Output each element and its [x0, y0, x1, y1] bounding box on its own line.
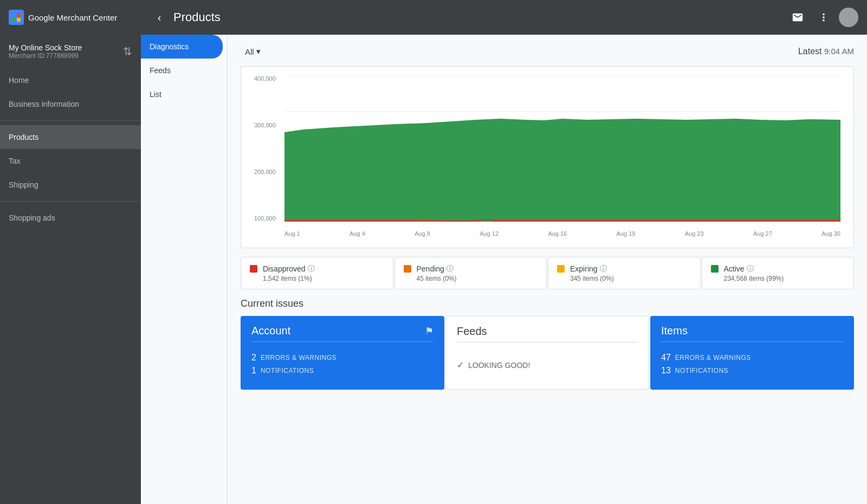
collapse-button[interactable]: ‹ — [150, 8, 169, 27]
section-title: Current issues — [241, 298, 854, 309]
chart-area: 400,000 300,000 200,000 100,000 — [254, 75, 840, 243]
x-label-aug8: Aug 8 — [415, 230, 430, 237]
sub-nav-diagnostics[interactable]: Diagnostics — [141, 35, 223, 59]
sub-nav-feeds[interactable]: Feeds — [141, 59, 227, 82]
active-text: Active ⓘ 234,568 items (99%) — [724, 264, 784, 282]
expiring-text: Expiring ⓘ 345 items (0%) — [570, 264, 614, 282]
disapproved-text: Disapproved ⓘ 1,542 items (1%) — [263, 264, 315, 282]
legend-active[interactable]: Active ⓘ 234,568 items (99%) — [702, 257, 855, 289]
legend-disapproved[interactable]: Disapproved ⓘ 1,542 items (1%) — [241, 257, 393, 289]
latest-label: Latest — [798, 47, 822, 56]
account-notifications-label: NOTIFICATIONS — [261, 367, 314, 374]
x-label-aug12: Aug 12 — [480, 230, 499, 237]
y-label-200k: 200,000 — [254, 169, 276, 175]
items-errors-label: ERRORS & WARNINGS — [675, 354, 751, 361]
x-label-aug19: Aug 19 — [617, 230, 636, 237]
topbar: Google Merchant Center ‹ Products — [0, 0, 867, 35]
filter-dropdown[interactable]: All ▾ — [241, 43, 265, 60]
x-label-aug4: Aug 4 — [350, 230, 365, 237]
account-card-body: 2 ERRORS & WARNINGS 1 NOTIFICATIONS — [241, 348, 444, 390]
feeds-good: ✓ LOOKING GOOD! — [446, 349, 649, 381]
sidebar-divider-2 — [0, 201, 141, 202]
app-name: Google Merchant Center — [28, 13, 117, 22]
sidebar-item-home[interactable]: Home — [0, 68, 141, 92]
legend-expiring[interactable]: Expiring ⓘ 345 items (0%) — [548, 257, 701, 289]
active-label: Active ⓘ — [724, 264, 784, 274]
topbar-actions — [787, 7, 858, 28]
items-card-title: Items — [661, 325, 688, 337]
disapproved-dot — [250, 265, 257, 273]
pending-count: 45 items (0%) — [417, 275, 457, 282]
items-notifications-label: NOTIFICATIONS — [675, 367, 728, 374]
account-notifications-stat: 1 NOTIFICATIONS — [251, 366, 434, 376]
filter-label: All — [245, 47, 254, 56]
x-label-aug23: Aug 23 — [685, 230, 704, 237]
chart-svg — [284, 75, 840, 222]
items-errors-stat: 47 ERRORS & WARNINGS — [661, 353, 843, 363]
account-arrow-icon: ⇅ — [123, 45, 132, 58]
account-card-title: Account — [251, 325, 290, 337]
pending-label: Pending ⓘ — [417, 264, 457, 274]
issues-grid: Account ⚑ 2 ERRORS & WARNINGS 1 NOTIFI — [241, 316, 854, 390]
y-label-400k: 400,000 — [254, 75, 276, 82]
chart-y-labels: 400,000 300,000 200,000 100,000 — [254, 75, 276, 222]
sidebar-item-shipping[interactable]: Shipping — [0, 173, 141, 197]
feeds-good-text: LOOKING GOOD! — [468, 361, 530, 370]
active-info-icon: ⓘ — [747, 264, 754, 274]
filter-dropdown-icon: ▾ — [256, 47, 261, 56]
latest-time-value: 9:04 AM — [824, 47, 854, 56]
topbar-title: Products — [173, 10, 787, 24]
avatar[interactable] — [839, 8, 858, 27]
sub-sidebar: Diagnostics Feeds List — [141, 35, 228, 504]
sidebar-divider-1 — [0, 120, 141, 121]
y-label-100k: 100,000 — [254, 215, 276, 222]
feeds-card-title: Feeds — [457, 325, 487, 338]
flag-icon: ⚑ — [425, 325, 434, 337]
mail-button[interactable] — [787, 7, 808, 28]
pending-text: Pending ⓘ 45 items (0%) — [417, 264, 457, 282]
svg-marker-10 — [284, 119, 840, 222]
pending-dot — [404, 265, 411, 273]
account-switcher[interactable]: My Online Sock Store Merchant ID:7778889… — [0, 35, 141, 68]
x-label-aug30: Aug 30 — [821, 230, 840, 237]
sidebar-item-shopping-ads[interactable]: Shopping ads — [0, 206, 141, 230]
chart-x-labels: Aug 1 Aug 4 Aug 8 Aug 12 Aug 16 Aug 19 A… — [284, 226, 840, 243]
sidebar-item-business-information[interactable]: Business information — [0, 92, 141, 116]
sidebar-item-products[interactable]: Products — [0, 125, 141, 149]
items-notifications-stat: 13 NOTIFICATIONS — [661, 366, 843, 376]
account-divider — [251, 341, 434, 342]
active-dot — [711, 265, 719, 273]
y-label-300k: 300,000 — [254, 122, 276, 128]
filter-bar: All ▾ Latest 9:04 AM — [241, 43, 854, 60]
expiring-dot — [557, 265, 565, 273]
items-notifications-count: 13 — [661, 366, 671, 376]
account-errors-stat: 2 ERRORS & WARNINGS — [251, 353, 434, 363]
feeds-divider — [457, 342, 638, 343]
items-issue-card[interactable]: Items 47 ERRORS & WARNINGS 13 NOTIFICATI… — [650, 316, 854, 390]
current-issues-section: Current issues Account ⚑ 2 ERRORS & WARN… — [241, 298, 854, 390]
disapproved-count: 1,542 items (1%) — [263, 275, 315, 282]
feeds-issue-card[interactable]: Feeds ✓ LOOKING GOOD! — [445, 316, 649, 390]
main-content: All ▾ Latest 9:04 AM 400,000 300,000 200… — [228, 35, 867, 504]
more-button[interactable] — [813, 7, 834, 28]
legend-bar: Disapproved ⓘ 1,542 items (1%) Pending ⓘ… — [241, 257, 854, 289]
pending-info-icon: ⓘ — [447, 264, 454, 274]
x-label-aug16: Aug 16 — [548, 230, 567, 237]
account-info: My Online Sock Store Merchant ID:7778889… — [9, 43, 82, 60]
expiring-label: Expiring ⓘ — [570, 264, 614, 274]
items-card-body: 47 ERRORS & WARNINGS 13 NOTIFICATIONS — [650, 348, 854, 390]
sidebar-item-tax[interactable]: Tax — [0, 149, 141, 173]
latest-time: Latest 9:04 AM — [798, 47, 854, 56]
merchant-id: Merchant ID:777888999 — [9, 52, 82, 60]
sub-nav-list[interactable]: List — [141, 82, 227, 106]
expiring-count: 345 items (0%) — [570, 275, 614, 282]
legend-pending[interactable]: Pending ⓘ 45 items (0%) — [394, 257, 547, 289]
sidebar-nav: Home Business information Products Tax S… — [0, 68, 141, 230]
items-divider — [661, 341, 843, 342]
feeds-card-header: Feeds — [446, 316, 649, 342]
account-errors-count: 2 — [251, 353, 256, 363]
svg-rect-1 — [17, 13, 21, 17]
account-issue-card[interactable]: Account ⚑ 2 ERRORS & WARNINGS 1 NOTIFI — [241, 316, 444, 390]
disapproved-info-icon: ⓘ — [308, 264, 315, 274]
items-card-header: Items — [650, 316, 854, 341]
